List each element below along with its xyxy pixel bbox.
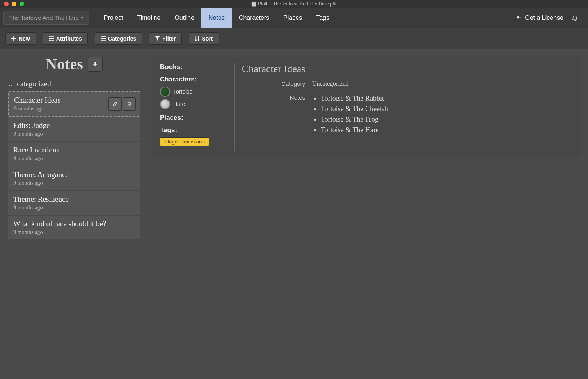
- character-name: Tortoise: [173, 89, 192, 95]
- filter-label: Filter: [162, 35, 176, 42]
- plus-icon: [11, 36, 16, 41]
- list-icon: [49, 36, 54, 41]
- content: Notes + Uncategorized Character Ideas9 m…: [0, 49, 588, 379]
- tag-chip[interactable]: Stage: Brainstorm: [160, 137, 209, 146]
- sort-label: Sort: [202, 35, 213, 42]
- tab-characters[interactable]: Characters: [232, 8, 276, 28]
- detail-table: Category Uncategorized Notes Tortoise & …: [242, 80, 573, 136]
- tab-timeline[interactable]: Timeline: [130, 8, 168, 28]
- sort-icon: [195, 36, 200, 41]
- note-list: Character Ideas9 months agoEdits: Judge9…: [8, 91, 140, 239]
- note-item-time: 9 months ago: [13, 156, 135, 162]
- note-bullet: Tortoise & The Frog: [321, 115, 573, 124]
- books-label: Books:: [160, 63, 229, 71]
- character-row[interactable]: Tortoise: [160, 87, 229, 97]
- note-item[interactable]: Theme: Resilience9 months ago: [8, 191, 140, 215]
- note-item-title: What kind of race should it be?: [13, 220, 135, 228]
- attributes-label: Attributes: [56, 35, 82, 42]
- note-item-title: Theme: Arrogance: [13, 170, 135, 179]
- close-window-button[interactable]: [4, 2, 9, 6]
- tab-places[interactable]: Places: [276, 8, 309, 28]
- note-item-time: 9 months ago: [13, 205, 135, 211]
- key-icon: [516, 15, 522, 21]
- toolbar: New Attributes Categories Filter Sort: [0, 28, 588, 49]
- divider: [234, 63, 235, 151]
- add-note-button[interactable]: +: [88, 57, 103, 72]
- license-label: Get a License: [525, 14, 563, 21]
- note-item-title: Theme: Resilience: [13, 195, 135, 204]
- bell-icon[interactable]: [571, 14, 578, 21]
- window-controls: [0, 2, 24, 6]
- project-dropdown-label: The Tortoise And The Hare: [9, 14, 79, 21]
- sort-button[interactable]: Sort: [189, 32, 219, 45]
- notes-value: Tortoise & The RabbitTortoise & The Chee…: [312, 94, 573, 136]
- svg-point-1: [49, 38, 50, 39]
- get-license-button[interactable]: Get a License: [516, 14, 563, 21]
- meta-column: Books: Characters: Tortoise Hare Places:: [160, 63, 234, 151]
- notes-list: Tortoise & The RabbitTortoise & The Chee…: [312, 94, 573, 134]
- new-label: New: [19, 35, 30, 42]
- tags-label: Tags:: [160, 126, 229, 134]
- tab-project[interactable]: Project: [97, 8, 130, 28]
- note-item[interactable]: Race Locations9 months ago: [8, 142, 140, 166]
- chevron-down-icon: ▾: [81, 16, 83, 20]
- tab-tags[interactable]: Tags: [309, 8, 336, 28]
- note-item-title: Race Locations: [13, 146, 135, 154]
- file-icon: [251, 2, 256, 7]
- note-bullet: Tortoise & The Rabbit: [321, 94, 573, 103]
- edit-button[interactable]: [108, 97, 122, 111]
- main-panel: Books: Characters: Tortoise Hare Places:: [148, 49, 588, 379]
- main-nav: The Tortoise And The Hare ▾ Project Time…: [0, 8, 588, 28]
- filter-button[interactable]: Filter: [149, 32, 181, 45]
- category-key: Category: [242, 80, 312, 87]
- filter-icon: [155, 36, 160, 41]
- note-body-title: Character Ideas: [242, 63, 573, 75]
- window-title: Plottr - The Tortoise And The Hare.pltr: [251, 1, 336, 7]
- note-bullet: Tortoise & The Hare: [321, 126, 573, 134]
- note-item[interactable]: What kind of race should it be?9 months …: [8, 216, 140, 239]
- note-item-time: 9 months ago: [13, 229, 135, 236]
- note-item-title: Edits: Judge: [13, 121, 135, 130]
- note-actions: [108, 97, 136, 111]
- svg-point-3: [101, 36, 101, 37]
- note-item-time: 9 months ago: [13, 131, 135, 137]
- note-item[interactable]: Character Ideas9 months ago: [8, 91, 140, 117]
- minimize-window-button[interactable]: [12, 2, 16, 6]
- note-body: Character Ideas Category Uncategorized N…: [242, 63, 573, 151]
- svg-point-0: [49, 36, 50, 37]
- avatar-hare: [160, 99, 170, 109]
- places-label: Places:: [160, 114, 229, 122]
- character-row[interactable]: Hare: [160, 99, 229, 109]
- characters-label: Characters:: [160, 76, 229, 83]
- note-item-time: 9 months ago: [13, 180, 135, 186]
- note-item[interactable]: Theme: Arrogance9 months ago: [8, 166, 140, 190]
- maximize-window-button[interactable]: [20, 2, 24, 6]
- svg-point-5: [101, 40, 101, 41]
- list-icon: [101, 36, 106, 41]
- trash-icon: [126, 101, 132, 107]
- tab-outline[interactable]: Outline: [167, 8, 201, 28]
- project-dropdown[interactable]: The Tortoise And The Hare ▾: [3, 11, 89, 25]
- new-button[interactable]: New: [5, 32, 36, 45]
- plus-icon: +: [92, 59, 98, 69]
- note-detail-card: Books: Characters: Tortoise Hare Places:: [152, 57, 581, 157]
- note-item[interactable]: Edits: Judge9 months ago: [8, 117, 140, 141]
- sidebar: Notes + Uncategorized Character Ideas9 m…: [0, 49, 148, 379]
- notes-key: Notes: [242, 94, 312, 136]
- edit-icon: [112, 101, 118, 107]
- notes-header: Notes +: [8, 55, 140, 73]
- notes-title: Notes: [46, 55, 83, 73]
- categories-label: Categories: [108, 35, 136, 42]
- avatar-tortoise: [160, 87, 170, 97]
- nav-tabs: Project Timeline Outline Notes Character…: [97, 8, 336, 28]
- attributes-button[interactable]: Attributes: [43, 32, 88, 45]
- category-value: Uncategorized: [312, 80, 573, 87]
- nav-right: Get a License: [516, 14, 588, 21]
- categories-button[interactable]: Categories: [95, 32, 142, 45]
- svg-point-2: [49, 40, 50, 41]
- window-title-text: Plottr - The Tortoise And The Hare.pltr: [258, 1, 336, 7]
- tab-notes[interactable]: Notes: [201, 8, 232, 28]
- svg-point-4: [101, 38, 101, 39]
- category-label: Uncategorized: [8, 80, 140, 88]
- delete-button[interactable]: [123, 97, 136, 111]
